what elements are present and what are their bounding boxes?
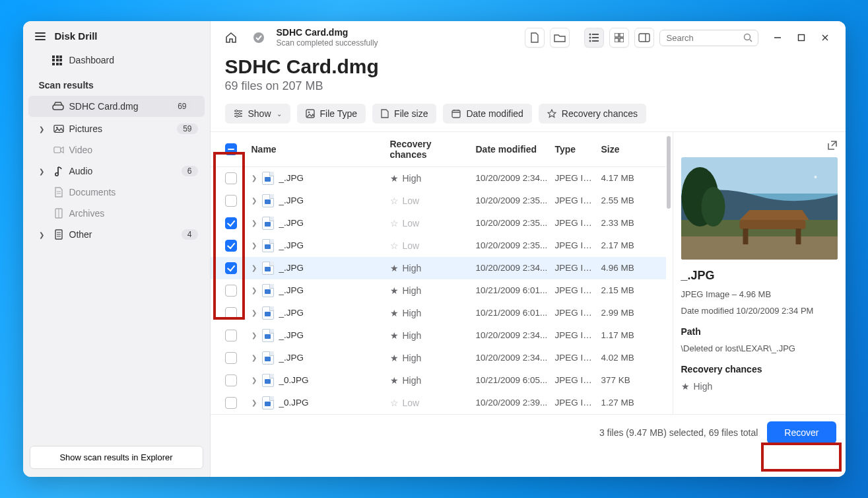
home-icon[interactable] bbox=[221, 28, 241, 48]
row-checkbox[interactable] bbox=[225, 397, 237, 409]
popout-icon[interactable] bbox=[827, 140, 838, 151]
svg-point-8 bbox=[589, 34, 591, 36]
search-box[interactable] bbox=[659, 30, 758, 46]
row-checkbox[interactable] bbox=[225, 352, 237, 364]
col-name[interactable]: Name bbox=[249, 144, 387, 155]
cell-size: 4.02 MB bbox=[599, 353, 651, 363]
col-type[interactable]: Type bbox=[552, 144, 599, 155]
chevron-right-icon[interactable]: ❯ bbox=[251, 376, 257, 384]
table-row[interactable]: ❯_.JPG★High10/21/2009 6:01...JPEG Im...2… bbox=[211, 302, 666, 324]
table-row[interactable]: ❯_.JPG★High10/20/2009 2:34...JPEG Im...4… bbox=[211, 167, 666, 190]
sidebar-item-audio[interactable]: ❯ Audio 6 bbox=[23, 160, 210, 182]
cell-size: 1.17 MB bbox=[599, 330, 651, 340]
svg-rect-16 bbox=[615, 38, 618, 42]
filter-file-size[interactable]: File size bbox=[372, 104, 436, 124]
cell-recovery: ★High bbox=[387, 330, 473, 341]
sidebar-item-video[interactable]: Video bbox=[23, 139, 210, 160]
window-maximize-icon[interactable] bbox=[791, 28, 811, 48]
svg-rect-13 bbox=[592, 40, 599, 42]
col-size[interactable]: Size bbox=[599, 144, 651, 155]
row-checkbox[interactable] bbox=[225, 217, 237, 229]
chevron-right-icon: ❯ bbox=[39, 231, 44, 238]
file-icon bbox=[262, 351, 274, 365]
select-all-checkbox[interactable] bbox=[225, 143, 237, 155]
cell-recovery: ★High bbox=[387, 285, 473, 296]
cell-type: JPEG Im... bbox=[552, 196, 599, 205]
row-checkbox[interactable] bbox=[225, 172, 237, 184]
view-grid-icon[interactable] bbox=[609, 28, 629, 48]
view-file-icon[interactable] bbox=[525, 28, 545, 48]
table-row[interactable]: ❯_.JPG★High10/21/2009 6:01...JPEG Im...2… bbox=[211, 279, 666, 302]
col-recovery[interactable]: Recovery chances bbox=[387, 139, 473, 160]
results-table: Name Recovery chances Date modified Type… bbox=[211, 132, 666, 414]
view-columns-icon[interactable] bbox=[634, 28, 654, 48]
cell-date: 10/20/2009 2:35... bbox=[473, 218, 552, 228]
row-checkbox[interactable] bbox=[225, 285, 237, 297]
chevron-right-icon[interactable]: ❯ bbox=[251, 332, 257, 339]
cell-name: ❯_.JPG bbox=[249, 194, 387, 207]
view-folder-icon[interactable] bbox=[550, 28, 570, 48]
window-close-icon[interactable] bbox=[815, 28, 835, 48]
pictures-icon bbox=[53, 124, 64, 133]
sidebar-item-documents[interactable]: Documents bbox=[23, 182, 210, 203]
chevron-right-icon[interactable]: ❯ bbox=[251, 197, 257, 204]
row-checkbox[interactable] bbox=[225, 240, 237, 252]
chevron-right-icon[interactable]: ❯ bbox=[251, 354, 257, 361]
cell-type: JPEG Im... bbox=[552, 173, 599, 183]
sidebar-item-label: Documents bbox=[69, 187, 116, 197]
chevron-right-icon[interactable]: ❯ bbox=[251, 264, 257, 271]
window-minimize-icon[interactable] bbox=[768, 28, 787, 48]
table-row[interactable]: ❯_.JPG★High10/20/2009 2:34...JPEG Im...1… bbox=[211, 324, 666, 347]
svg-point-21 bbox=[235, 110, 237, 112]
star-icon bbox=[547, 109, 556, 118]
cell-date: 10/20/2009 2:35... bbox=[473, 196, 552, 205]
show-in-explorer-button[interactable]: Show scan results in Explorer bbox=[30, 446, 203, 469]
calendar-icon bbox=[451, 109, 461, 118]
row-checkbox[interactable] bbox=[225, 307, 237, 319]
table-row[interactable]: ❯_.JPG★High10/20/2009 2:34...JPEG Im...4… bbox=[211, 347, 666, 369]
col-date[interactable]: Date modified bbox=[473, 144, 552, 155]
svg-rect-17 bbox=[620, 38, 624, 42]
chevron-right-icon[interactable]: ❯ bbox=[251, 174, 257, 182]
row-checkbox[interactable] bbox=[225, 262, 237, 274]
filter-recovery[interactable]: Recovery chances bbox=[539, 104, 646, 124]
cell-date: 10/21/2009 6:05... bbox=[473, 375, 552, 385]
table-row[interactable]: ❯_.JPG☆Low10/20/2009 2:35...JPEG Im...2.… bbox=[211, 190, 666, 212]
table-row[interactable]: ❯_0.JPG★High10/21/2009 6:05...JPEG Im...… bbox=[211, 369, 666, 392]
sidebar-item-source[interactable]: SDHC Card.dmg 69 bbox=[28, 96, 205, 117]
sidebar-item-other[interactable]: ❯ Other 4 bbox=[23, 224, 210, 245]
documents-icon bbox=[53, 187, 64, 197]
table-row[interactable]: ❯_0.JPG☆Low10/20/2009 2:39...JPEG Im...1… bbox=[211, 392, 666, 414]
chevron-right-icon[interactable]: ❯ bbox=[251, 219, 257, 227]
filter-label: Show bbox=[248, 108, 271, 119]
chevron-right-icon[interactable]: ❯ bbox=[251, 287, 257, 294]
filter-bar: Show ⌄ File Type File size Date modified bbox=[211, 100, 846, 131]
file-icon bbox=[262, 374, 274, 387]
sidebar-dashboard[interactable]: Dashboard bbox=[23, 50, 210, 71]
menu-icon[interactable] bbox=[35, 32, 46, 40]
table-row[interactable]: ❯_.JPG☆Low10/20/2009 2:35...JPEG Im...2.… bbox=[211, 234, 666, 257]
cell-type: JPEG Im... bbox=[552, 285, 599, 295]
recover-button[interactable]: Recover bbox=[767, 421, 836, 444]
selection-status: 3 files (9.47 MB) selected, 69 files tot… bbox=[599, 427, 758, 438]
chevron-right-icon[interactable]: ❯ bbox=[251, 309, 257, 316]
search-input[interactable] bbox=[665, 32, 743, 44]
table-row[interactable]: ❯_.JPG☆Low10/20/2009 2:35...JPEG Im...2.… bbox=[211, 212, 666, 234]
filter-file-type[interactable]: File Type bbox=[297, 104, 366, 124]
chevron-right-icon[interactable]: ❯ bbox=[251, 399, 257, 406]
sidebar-item-pictures[interactable]: ❯ Pictures 59 bbox=[23, 118, 210, 139]
filter-date-modified[interactable]: Date modified bbox=[443, 104, 531, 124]
scrollbar[interactable] bbox=[666, 132, 671, 414]
cell-date: 10/20/2009 2:34... bbox=[473, 330, 552, 340]
row-checkbox[interactable] bbox=[225, 374, 237, 386]
view-list-icon[interactable] bbox=[584, 28, 604, 48]
table-row[interactable]: ❯_.JPG★High10/20/2009 2:34...JPEG Im...4… bbox=[211, 257, 666, 279]
filter-label: Recovery chances bbox=[562, 108, 638, 119]
row-checkbox[interactable] bbox=[225, 195, 237, 207]
chevron-right-icon[interactable]: ❯ bbox=[251, 242, 257, 249]
table-header: Name Recovery chances Date modified Type… bbox=[211, 132, 666, 167]
row-checkbox[interactable] bbox=[225, 330, 237, 341]
sidebar-item-archives[interactable]: Archives bbox=[23, 203, 210, 224]
filter-show[interactable]: Show ⌄ bbox=[225, 104, 290, 124]
svg-point-23 bbox=[236, 115, 238, 117]
